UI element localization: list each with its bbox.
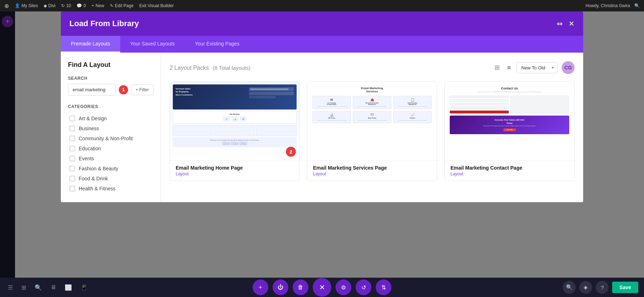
edit-page-link[interactable]: ✎ Edit Page: [110, 3, 133, 8]
updates-link[interactable]: ↻ 10: [61, 3, 71, 8]
divi-icon: ◆: [44, 3, 47, 8]
admin-bar-right: Howdy, Christina Gwira 🔍: [586, 3, 640, 8]
exit-builder-link[interactable]: Exit Visual Builder: [139, 3, 174, 8]
wp-logo-icon[interactable]: ⊕: [4, 3, 9, 9]
comments-icon: 💬: [77, 3, 82, 8]
new-link[interactable]: + New: [92, 3, 104, 8]
divi-link[interactable]: ◆ Divi: [44, 3, 55, 8]
sites-icon: 👤: [15, 3, 20, 8]
my-sites-link[interactable]: 👤 My Sites: [15, 3, 38, 8]
admin-bar: ⊕ 👤 My Sites ◆ Divi ↻ 10 💬 0 + New ✎ Edi…: [0, 0, 644, 11]
comments-link[interactable]: 💬 0: [77, 3, 86, 8]
updates-icon: ↻: [61, 3, 65, 8]
admin-search-icon[interactable]: 🔍: [634, 3, 640, 8]
plus-icon: +: [92, 3, 94, 8]
user-greeting[interactable]: Howdy, Christina Gwira: [586, 3, 630, 8]
pencil-icon: ✎: [110, 3, 113, 8]
